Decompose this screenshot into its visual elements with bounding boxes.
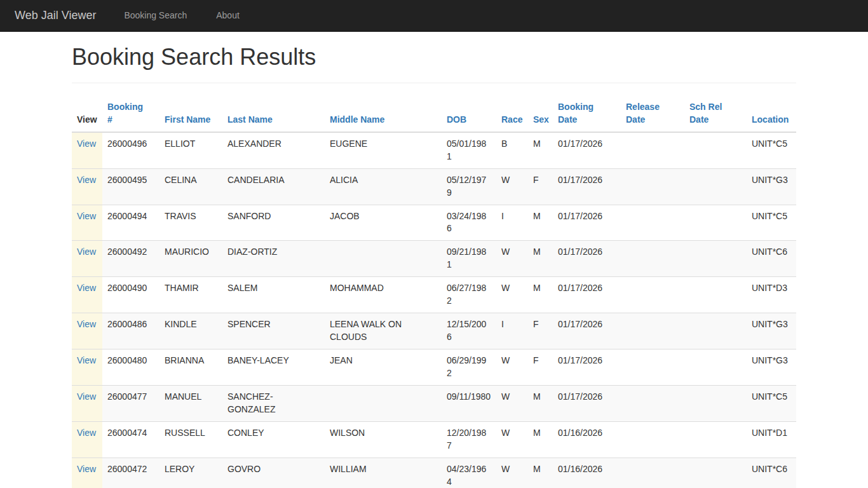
cell-dob: 06/29/1992 [442,349,496,386]
cell-sch_rel_date [684,132,747,168]
cell-release_date [621,313,684,349]
cell-race: W [496,349,528,386]
column-sort-link-last_name[interactable]: Last Name [227,114,273,125]
cell-sex: F [528,313,553,349]
navbar-brand[interactable]: Web Jail Viewer [5,0,105,31]
cell-view: View [72,458,102,488]
cell-view: View [72,277,102,313]
cell-view: View [72,349,102,386]
cell-sch_rel_date [684,349,747,386]
cell-middle_name [325,241,442,277]
cell-race: I [496,205,528,241]
cell-dob: 04/23/1964 [442,458,496,488]
column-sort-link-first_name[interactable]: First Name [165,114,210,125]
cell-sex: F [528,349,553,386]
cell-location: UNIT*C6 [747,241,796,277]
cell-last_name: BANEY-LACEY [222,349,325,386]
cell-release_date [621,132,684,168]
cell-booking_date: 01/17/2026 [553,205,621,241]
view-link[interactable]: View [77,319,96,329]
cell-first_name: LEROY [159,458,222,488]
cell-first_name: MANUEL [159,386,222,422]
table-header: ViewBooking #First NameLast NameMiddle N… [72,96,796,132]
navbar: Web Jail Viewer Booking Search About [0,0,868,32]
cell-last_name: SANCHEZ-GONZALEZ [222,386,325,422]
column-sort-link-sch_rel_date[interactable]: Sch Rel Date [689,102,722,125]
view-link[interactable]: View [77,355,96,365]
cell-sex: M [528,205,553,241]
view-link[interactable]: View [77,464,96,474]
column-sort-link-race[interactable]: Race [501,114,522,125]
cell-sex: M [528,458,553,488]
cell-location: UNIT*D3 [747,277,796,313]
cell-sex: F [528,168,553,205]
table-row: View26000486KINDLESPENCERLEENA WALK ON C… [72,313,796,349]
view-link[interactable]: View [77,283,96,293]
cell-sch_rel_date [684,168,747,205]
cell-middle_name: LEENA WALK ON CLOUDS [325,313,442,349]
cell-booking_no: 26000474 [102,422,159,458]
cell-first_name: BRIANNA [159,349,222,386]
cell-last_name: GOVRO [222,458,325,488]
column-header-last_name: Last Name [222,96,325,132]
cell-location: UNIT*G3 [747,349,796,386]
cell-view: View [72,168,102,205]
table-row: View26000490THAMIRSALEMMOHAMMAD06/27/198… [72,277,796,313]
cell-sch_rel_date [684,458,747,488]
cell-view: View [72,132,102,168]
column-sort-link-sex[interactable]: Sex [533,114,549,125]
column-sort-link-booking_date[interactable]: Booking Date [558,102,593,125]
table-row: View26000492MAURICIODIAZ-ORTIZ09/21/1981… [72,241,796,277]
cell-location: UNIT*C6 [747,458,796,488]
table-row: View26000496ELLIOTALEXANDEREUGENE05/01/1… [72,132,796,168]
cell-view: View [72,241,102,277]
column-sort-link-booking_no[interactable]: Booking # [107,102,143,125]
column-sort-link-release_date[interactable]: Release Date [626,102,660,125]
cell-release_date [621,168,684,205]
cell-first_name: RUSSELL [159,422,222,458]
cell-middle_name: WILLIAM [325,458,442,488]
nav-item-booking-search[interactable]: Booking Search [114,0,196,31]
table-row: View26000495CELINACANDELARIAALICIA05/12/… [72,168,796,205]
cell-race: W [496,241,528,277]
cell-sex: M [528,241,553,277]
cell-middle_name: JACOB [325,205,442,241]
column-header-middle_name: Middle Name [325,96,442,132]
cell-booking_date: 01/16/2026 [553,422,621,458]
cell-last_name: SPENCER [222,313,325,349]
column-header-release_date: Release Date [621,96,684,132]
column-sort-link-location[interactable]: Location [752,114,789,125]
view-link[interactable]: View [77,139,96,149]
cell-dob: 03/24/1986 [442,205,496,241]
cell-first_name: THAMIR [159,277,222,313]
view-link[interactable]: View [77,175,96,185]
page-title: Booking Search Results [72,44,796,70]
view-link[interactable]: View [77,247,96,257]
cell-booking_date: 01/17/2026 [553,132,621,168]
cell-dob: 09/11/1980 [442,386,496,422]
column-sort-link-middle_name[interactable]: Middle Name [330,114,384,125]
cell-booking_date: 01/17/2026 [553,349,621,386]
cell-race: I [496,313,528,349]
column-header-booking_date: Booking Date [553,96,621,132]
cell-sch_rel_date [684,386,747,422]
cell-booking_no: 26000492 [102,241,159,277]
cell-first_name: MAURICIO [159,241,222,277]
cell-sch_rel_date [684,313,747,349]
view-link[interactable]: View [77,391,96,402]
column-sort-link-dob[interactable]: DOB [447,114,466,125]
column-header-first_name: First Name [159,96,222,132]
cell-view: View [72,422,102,458]
cell-booking_date: 01/17/2026 [553,241,621,277]
cell-booking_date: 01/16/2026 [553,458,621,488]
nav-item-about[interactable]: About [207,0,249,31]
table-row: View26000477MANUELSANCHEZ-GONZALEZ09/11/… [72,386,796,422]
cell-first_name: ELLIOT [159,132,222,168]
view-link[interactable]: View [77,428,96,438]
cell-booking_no: 26000477 [102,386,159,422]
view-link[interactable]: View [77,211,96,221]
cell-sex: M [528,277,553,313]
column-header-booking_no: Booking # [102,96,159,132]
cell-location: UNIT*C5 [747,386,796,422]
table-row: View26000494TRAVISSANFORDJACOB03/24/1986… [72,205,796,241]
